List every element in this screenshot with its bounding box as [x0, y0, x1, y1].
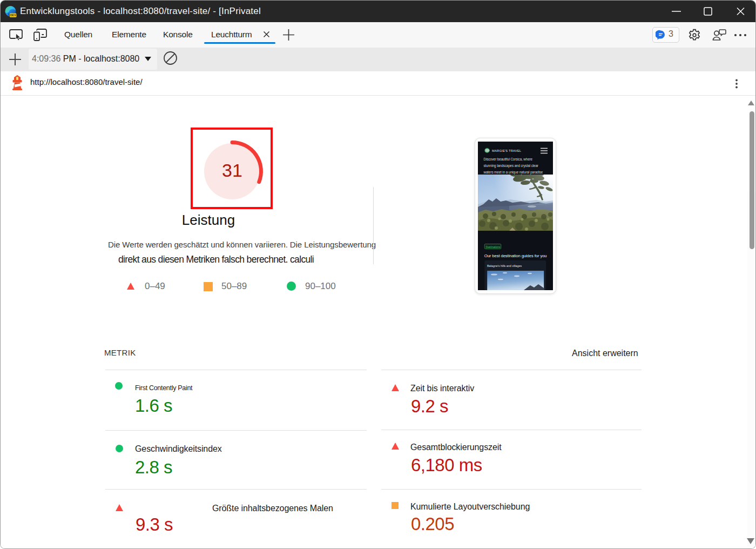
svg-text:Balagne's hills and villages: Balagne's hills and villages	[487, 264, 522, 267]
svg-text:Discover beautiful Corsica, wh: Discover beautiful Corsica, where	[484, 157, 533, 161]
svg-text:waters meet in a unique natura: waters meet in a unique natural paradise	[483, 170, 543, 175]
svg-text:Destinations: Destinations	[486, 246, 501, 249]
svg-text:stunning landscapes and crysta: stunning landscapes and crystal clear	[484, 164, 538, 168]
svg-text:DEV: DEV	[10, 14, 16, 17]
svg-text:Our best destination guides fo: Our best destination guides for you	[484, 253, 547, 258]
svg-text:MARGIE'S TRAVEL: MARGIE'S TRAVEL	[492, 149, 521, 152]
